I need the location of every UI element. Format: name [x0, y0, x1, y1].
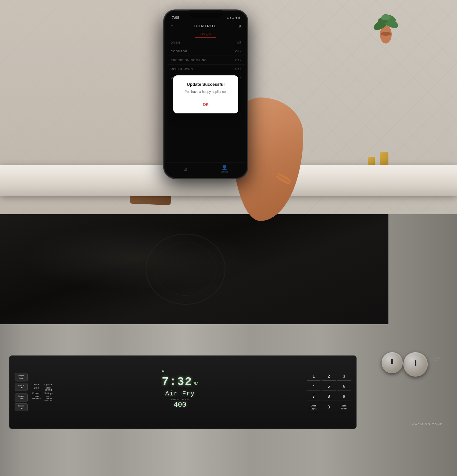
convect-button[interactable]: Convect	[32, 392, 41, 394]
lower-oven-button[interactable]: Lower Oven	[15, 393, 28, 402]
modal-overlay: Update Successful You have a happy appli…	[167, 13, 245, 175]
oven-display: 7:32PM Air Fry LOWER OVEN °F 400	[57, 375, 303, 409]
bake-button[interactable]: Bake	[32, 383, 41, 386]
number-pad: 1 2 3 4 5 6 7 8 9 Oven Lights 0 Start En…	[307, 372, 351, 412]
modal-title: Update Successful	[181, 82, 230, 87]
phone-screen: 7:08 ▲▲▲ ◈ ▮ ≡ CONTROL ⊞ OVEN	[167, 13, 245, 175]
num-0-button[interactable]: 0	[322, 402, 336, 412]
num-1-button[interactable]: 1	[307, 372, 321, 381]
time-display: 7:32	[162, 375, 192, 389]
modal-ok-button[interactable]: OK	[181, 102, 230, 107]
svg-point-1	[381, 32, 391, 36]
options-button[interactable]: Options	[44, 383, 53, 386]
num-2-button[interactable]: 2	[322, 372, 336, 381]
bracelet	[274, 171, 294, 186]
num-7-button[interactable]: 7	[307, 392, 321, 401]
clean-button[interactable]: Clean Self/Steam	[32, 395, 41, 401]
oven-mode-buttons: Upper Oven Cancel Off Lower Oven Cancel …	[15, 373, 28, 411]
oven-range: Upper Oven Cancel Off Lower Oven Cancel …	[0, 214, 457, 476]
num-8-button[interactable]: 8	[322, 392, 336, 401]
temp-display: 400	[174, 401, 187, 409]
update-modal: Update Successful You have a happy appli…	[173, 75, 238, 113]
phone-device: 7:08 ▲▲▲ ◈ ▮ ≡ CONTROL ⊞ OVEN	[163, 10, 248, 179]
oven-lights-button[interactable]: Oven Lights	[307, 402, 321, 412]
modal-body: You have a happy appliance.	[181, 89, 230, 94]
lock-controls-button[interactable]: Lock Controls Hold 3 Sec	[44, 395, 53, 401]
timer-button[interactable]: Timer On/Off	[44, 387, 53, 391]
mode-display: Air Fry	[165, 390, 195, 397]
right-knob-2[interactable]	[382, 352, 403, 373]
warming-zone-label: WARMING ZONE	[412, 423, 443, 426]
wifi-indicator	[162, 370, 164, 372]
time-suffix: PM	[192, 381, 198, 386]
cooking-mode-buttons: Bake Options Broil Timer On/Off Convect …	[32, 383, 53, 401]
settings-button[interactable]: Settings	[44, 392, 53, 394]
indicator-dots	[434, 357, 440, 361]
modal-divider	[173, 99, 238, 99]
phone-scene: 7:08 ▲▲▲ ◈ ▮ ≡ CONTROL ⊞ OVEN	[147, 0, 310, 221]
upper-cancel-button[interactable]: Cancel Off	[15, 383, 28, 391]
broil-button[interactable]: Broil	[32, 387, 41, 391]
cooktop-surface	[0, 214, 388, 324]
plant-decoration	[370, 5, 402, 44]
num-4-button[interactable]: 4	[307, 382, 321, 391]
upper-oven-button[interactable]: Upper Oven	[15, 373, 28, 381]
lower-cancel-button[interactable]: Cancel Off	[15, 403, 28, 412]
num-5-button[interactable]: 5	[322, 382, 336, 391]
right-knob-1[interactable]	[403, 352, 428, 377]
svg-point-7	[146, 234, 225, 304]
burner-knobs: WARMING ZONE	[347, 348, 448, 437]
oven-control-panel: Upper Oven Cancel Off Lower Oven Cancel …	[9, 355, 357, 429]
lower-oven-label: LOWER OVEN °F	[170, 399, 190, 401]
background-scene: Upper Oven Cancel Off Lower Oven Cancel …	[0, 0, 457, 476]
svg-point-8	[155, 243, 216, 295]
